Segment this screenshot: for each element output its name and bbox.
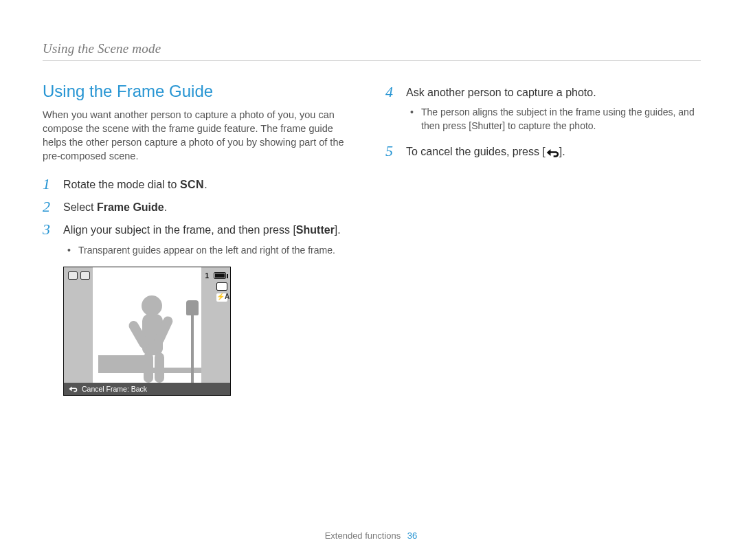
shutter-label: Shutter xyxy=(296,224,335,236)
flash-auto-icon: ⚡A xyxy=(216,293,227,302)
step-5-prefix: To cancel the guides, press [ xyxy=(406,146,546,157)
step-number: 5 xyxy=(385,142,398,159)
bullet-dot: • xyxy=(410,106,416,133)
step-number: 2 xyxy=(43,198,55,214)
flash-a: A xyxy=(225,293,229,300)
screen-caption-bar: Cancel Frame: Back xyxy=(64,383,230,395)
screen-side-icons: ⚡A xyxy=(216,282,227,302)
step-3-suffix: ]. xyxy=(335,224,341,236)
step-text: Rotate the mode dial to SCN. xyxy=(63,175,207,192)
frame-guide-left xyxy=(64,267,93,383)
step-text: To cancel the guides, press [ ]. xyxy=(406,142,565,159)
step-number: 3 xyxy=(43,221,55,237)
step-3: 3 Align your subject in the frame, and t… xyxy=(43,221,358,238)
camera-screen-illustration: 1 ⚡A xyxy=(63,267,231,396)
section-title: Using the Frame Guide xyxy=(43,82,358,101)
lamp-post-silhouette xyxy=(186,300,199,383)
size-icon xyxy=(80,271,90,280)
screen-caption-text: Cancel Frame: Back xyxy=(82,385,147,393)
breadcrumb: Using the Scene mode xyxy=(43,41,701,61)
step-number: 4 xyxy=(385,83,398,100)
screen-top-bar: 1 xyxy=(68,270,226,281)
step-1-suffix: . xyxy=(204,179,207,190)
step-1-prefix: Rotate the mode dial to xyxy=(63,179,180,190)
storage-icon xyxy=(216,282,227,291)
shutter-label: Shutter xyxy=(471,120,502,131)
step-3-subnote: • Transparent guides appear on the left … xyxy=(43,244,358,258)
step-4: 4 Ask another person to capture a photo. xyxy=(385,83,701,100)
step-2-suffix: . xyxy=(164,201,167,213)
page-footer: Extended functions 36 xyxy=(0,530,742,541)
step-5-suffix: ]. xyxy=(559,146,565,157)
left-column: Using the Frame Guide When you want anot… xyxy=(43,80,358,396)
shot-counter: 1 xyxy=(205,272,209,280)
back-arrow-icon xyxy=(68,385,78,392)
top-left-icons xyxy=(68,271,90,280)
step-text: Select Frame Guide. xyxy=(63,198,167,215)
step-3-prefix: Align your subject in the frame, and the… xyxy=(63,224,296,236)
step-number: 1 xyxy=(43,175,55,192)
right-column: 4 Ask another person to capture a photo.… xyxy=(385,80,701,396)
back-arrow-icon xyxy=(546,146,559,155)
mode-icon xyxy=(68,271,78,280)
step-4-sub-text: The person aligns the subject in the fra… xyxy=(421,106,701,133)
frame-guide-label: Frame Guide xyxy=(97,201,164,213)
top-right-group: 1 xyxy=(205,272,226,280)
intro-paragraph: When you want another person to capture … xyxy=(43,108,358,163)
battery-icon xyxy=(214,272,226,279)
step-1: 1 Rotate the mode dial to SCN. xyxy=(43,175,358,192)
step-4-subnote: • The person aligns the subject in the f… xyxy=(385,106,701,133)
step-3-sub-text: Transparent guides appear on the left an… xyxy=(78,244,335,258)
step-2: 2 Select Frame Guide. xyxy=(43,198,358,215)
page-number: 36 xyxy=(407,530,417,541)
step-2-prefix: Select xyxy=(63,201,97,213)
svg-point-0 xyxy=(142,295,162,316)
footer-section: Extended functions xyxy=(325,530,401,541)
bullet-dot: • xyxy=(67,244,73,258)
svg-rect-7 xyxy=(98,355,146,369)
content-columns: Using the Frame Guide When you want anot… xyxy=(43,80,701,396)
manual-page: Using the Scene mode Using the Frame Gui… xyxy=(0,0,742,560)
step-text: Align your subject in the frame, and the… xyxy=(63,221,341,238)
scn-label: SCN xyxy=(180,179,204,190)
s4-sub-suffix: ] to capture the photo. xyxy=(502,120,596,131)
step-text: Ask another person to capture a photo. xyxy=(406,83,596,100)
step-5: 5 To cancel the guides, press [ ]. xyxy=(385,142,701,159)
